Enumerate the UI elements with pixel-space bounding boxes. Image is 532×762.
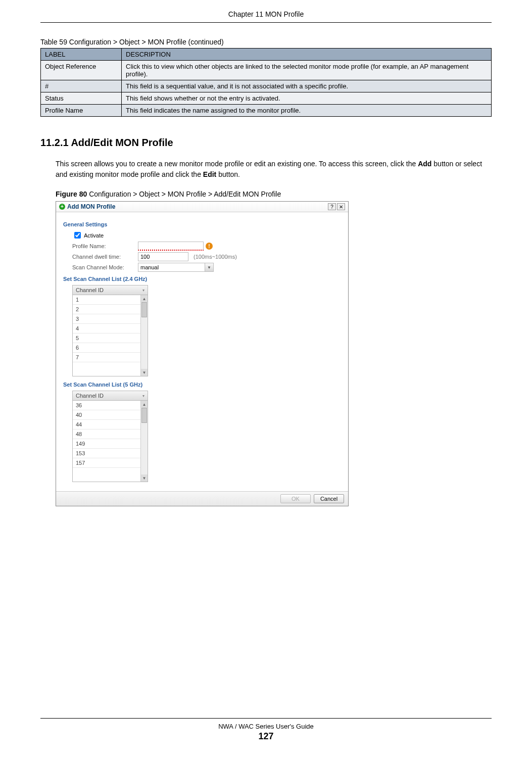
table-caption: Table 59 Configuration > Object > MON Pr… [40,38,492,46]
list-item[interactable]: 5 [73,334,148,343]
list-item[interactable]: 7 [73,353,148,362]
plus-icon: + [59,204,65,210]
scan-mode-select[interactable] [138,263,214,272]
footer-rule [40,718,492,719]
list-item[interactable]: 157 [73,458,148,468]
scan-mode-label: Scan Channel Mode: [72,264,138,270]
table-cell-label: Profile Name [41,105,122,117]
table-cell-label: Status [41,92,122,105]
scrollbar[interactable]: ▲ ▼ [140,295,148,376]
scroll-down-icon[interactable]: ▼ [141,474,148,482]
dwell-hint: (100ms~1000ms) [194,254,237,260]
grid-header[interactable]: Channel ID ▾ [73,391,148,401]
table-row: # This field is a sequential value, and … [41,80,492,92]
scroll-thumb[interactable] [141,408,147,423]
list-item[interactable]: 2 [73,305,148,314]
profile-name-label: Profile Name: [72,243,138,249]
list-item[interactable]: 1 [73,295,148,305]
dialog-body: General Settings Activate Profile Name: … [56,212,348,491]
channel-grid-24: Channel ID ▾ 1 2 3 4 5 6 7 ▲ [72,285,148,376]
chapter-header: Chapter 11 MON Profile [40,10,492,18]
figure-caption: Figure 80 Configuration > Object > MON P… [56,190,492,198]
table-cell-label: Object Reference [41,61,122,80]
table-row: Object Reference Click this to view whic… [41,61,492,80]
table-head-desc: DESCRIPTION [122,49,492,61]
sort-icon[interactable]: ▾ [142,394,144,398]
warning-icon: ! [206,243,213,250]
list-item[interactable]: 149 [73,439,148,449]
footer-guide: NWA / WAC Series User's Guide [40,723,492,730]
table-cell-desc: This field indicates the name assigned t… [122,105,492,117]
list-24-label: Set Scan Channel List (2.4 GHz) [63,276,341,282]
dialog-footer: OK Cancel [56,491,348,506]
list-item[interactable]: 44 [73,420,148,430]
table-cell-label: # [41,80,122,92]
list-item[interactable]: 6 [73,343,148,353]
table-row: Profile Name This field indicates the na… [41,105,492,117]
grid-header[interactable]: Channel ID ▾ [73,285,148,295]
list-item[interactable]: 40 [73,410,148,420]
general-settings-label: General Settings [63,221,341,227]
table-cell-desc: Click this to view which other objects a… [122,61,492,80]
scroll-up-icon[interactable]: ▲ [141,295,148,302]
table-head-label: LABEL [41,49,122,61]
help-icon[interactable]: ? [328,203,336,210]
config-table: LABEL DESCRIPTION Object Reference Click… [40,48,492,117]
chevron-down-icon[interactable]: ▼ [205,263,214,272]
page-footer: NWA / WAC Series User's Guide 127 [40,718,492,742]
close-icon[interactable]: ✕ [337,203,345,210]
bold-add: Add [418,160,431,168]
section-heading: 11.2.1 Add/Edit MON Profile [40,137,492,149]
dwell-input[interactable] [138,252,188,261]
list-5-label: Set Scan Channel List (5 GHz) [63,382,341,388]
grid-head-text: Channel ID [76,287,104,293]
activate-checkbox[interactable] [74,232,81,239]
list-item[interactable]: 153 [73,449,148,458]
page-number: 127 [40,731,492,742]
table-cell-desc: This field shows whether or not the entr… [122,92,492,105]
list-item[interactable]: 48 [73,430,148,439]
figure-title: Configuration > Object > MON Profile > A… [87,190,281,198]
profile-name-input[interactable] [138,242,204,251]
table-cell-desc: This field is a sequential value, and it… [122,80,492,92]
scrollbar[interactable]: ▲ ▼ [140,401,148,482]
header-rule [40,22,492,23]
list-item[interactable]: 4 [73,324,148,334]
figure-number: Figure 80 [56,190,87,198]
grid-head-text: Channel ID [76,393,104,399]
dwell-label: Channel dwell time: [72,254,138,260]
channel-grid-5: Channel ID ▾ 36 40 44 48 149 153 157 ▲ [72,391,148,482]
dialog-title: Add MON Profile [67,203,115,210]
dialog-titlebar: + Add MON Profile ? ✕ [56,202,348,212]
activate-label: Activate [84,232,104,239]
scroll-down-icon[interactable]: ▼ [141,369,148,376]
list-item[interactable]: 36 [73,401,148,410]
scroll-up-icon[interactable]: ▲ [141,401,148,408]
list-item[interactable]: 3 [73,314,148,324]
cancel-button[interactable]: Cancel [314,494,344,503]
table-row: Status This field shows whether or not t… [41,92,492,105]
add-mon-profile-dialog: + Add MON Profile ? ✕ General Settings A… [56,201,349,506]
section-body: This screen allows you to create a new m… [56,159,492,180]
scroll-thumb[interactable] [141,302,147,317]
sort-icon[interactable]: ▾ [142,288,144,293]
ok-button[interactable]: OK [280,494,311,503]
bold-edit: Edit [203,170,216,178]
